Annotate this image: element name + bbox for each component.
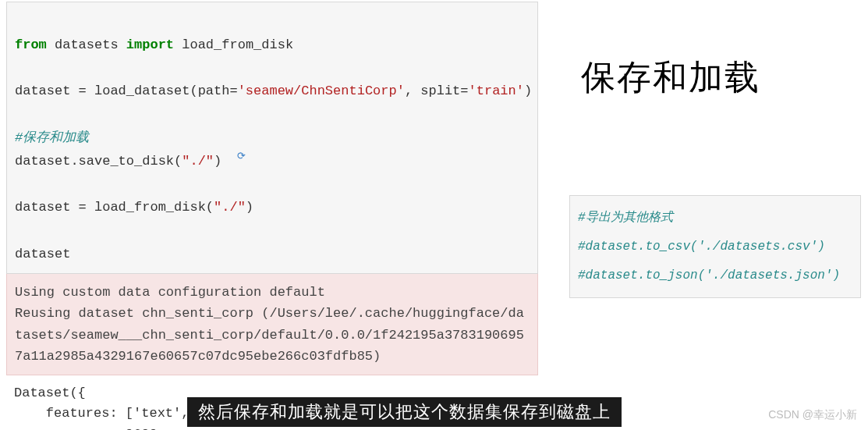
warning-line: Using custom data configuration default — [15, 282, 530, 303]
code-text: dataset — [15, 247, 70, 261]
code-block: from datasets import load_from_disk data… — [6, 2, 538, 274]
code-text: dataset = load_dataset(path= — [15, 84, 238, 98]
left-panel: from datasets import load_from_disk data… — [6, 2, 538, 430]
code-text: , split= — [405, 84, 469, 98]
code-text: load_from_disk — [174, 37, 293, 52]
video-caption: 然后保存和加载就是可以把这个数据集保存到磁盘上 — [187, 397, 622, 427]
warning-line: Reusing dataset chn_senti_corp (/Users/l… — [15, 303, 530, 367]
side-code-block: #导出为其他格式 #dataset.to_csv('./datasets.csv… — [569, 195, 861, 298]
code-text: dataset = load_from_disk( — [15, 200, 214, 215]
code-text: ) — [214, 154, 221, 169]
code-comment: #保存和加载 — [15, 130, 89, 145]
keyword-from: from — [15, 37, 47, 52]
section-heading: 保存和加载 — [581, 55, 760, 101]
code-comment: #dataset.to_csv('./datasets.csv') — [578, 233, 852, 261]
output-line: Dataset({ — [14, 386, 86, 400]
output-warning-block: Using custom data configuration default … — [6, 274, 538, 375]
watermark-text: CSDN @幸运小新 — [768, 408, 857, 422]
code-comment: #导出为其他格式 — [578, 204, 852, 233]
string-literal: "./" — [214, 200, 246, 215]
code-text: dataset.save_to_disk( — [15, 154, 182, 169]
cursor-icon: ⟳ — [237, 148, 246, 166]
string-literal: 'train' — [469, 84, 524, 98]
code-comment: #dataset.to_json('./datasets.json') — [578, 261, 852, 290]
keyword-import: import — [126, 37, 174, 52]
output-line: num_rows: 9600 — [14, 427, 158, 430]
code-text: ) — [524, 84, 532, 98]
code-text: ) — [246, 200, 253, 215]
string-literal: 'seamew/ChnSentiCorp' — [238, 84, 405, 98]
string-literal: "./" — [182, 154, 214, 169]
code-text: datasets — [47, 37, 126, 52]
